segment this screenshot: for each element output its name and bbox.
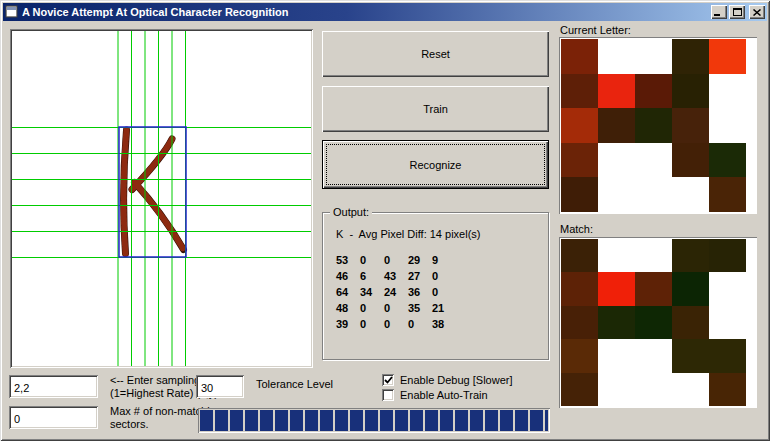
pixel-cell [635, 306, 672, 339]
pixel-cell [709, 143, 746, 178]
pixel-cell [598, 239, 635, 272]
max-nonmatching-input[interactable] [9, 406, 98, 429]
matrix-value: 9 [432, 252, 456, 268]
drawing-canvas[interactable] [10, 29, 313, 368]
matrix-value: 0 [432, 284, 456, 300]
pixel-cell [561, 74, 598, 109]
matrix-value: 43 [384, 268, 408, 284]
pixel-cell [561, 108, 598, 143]
pixel-cell [561, 339, 598, 372]
app-window: A Novice Attempt At Optical Character Re… [0, 0, 770, 441]
matrix-value: 0 [432, 268, 456, 284]
matrix-value: 0 [360, 316, 384, 332]
pixel-cell [709, 306, 746, 339]
matrix-row: 46643270 [336, 268, 456, 284]
matrix-value: 0 [408, 316, 432, 332]
pixel-cell [672, 74, 709, 109]
matrix-value: 38 [432, 316, 456, 332]
pixel-cell [635, 74, 672, 109]
pixel-cell [561, 143, 598, 178]
pixel-cell [635, 339, 672, 372]
pixel-cell [672, 306, 709, 339]
match-label: Match: [560, 223, 593, 235]
matrix-row: 3900038 [336, 316, 456, 332]
enable-autotrain-label: Enable Auto-Train [400, 389, 488, 401]
recognize-button[interactable]: Recognize [322, 140, 549, 189]
pixel-cell [561, 239, 598, 272]
maximize-button[interactable] [729, 5, 745, 19]
pixel-cell [635, 177, 672, 212]
maximize-icon [733, 8, 742, 16]
minimize-icon [714, 14, 720, 16]
checkbox-box[interactable] [382, 389, 394, 401]
matrix-value: 27 [408, 268, 432, 284]
pixel-cell [561, 272, 598, 305]
pixel-cell [598, 306, 635, 339]
matrix-row: 48003521 [336, 300, 456, 316]
matrix-value: 34 [360, 284, 384, 300]
pixel-cell [672, 272, 709, 305]
matrix-value: 48 [336, 300, 360, 316]
tolerance-label: Tolerance Level [256, 378, 333, 391]
pixel-cell [709, 339, 746, 372]
progress-bar [198, 408, 550, 433]
recognition-result: K - Avg Pixel Diff: 14 pixel(s) [336, 228, 480, 240]
matrix-row: 5300299 [336, 252, 456, 268]
pixel-cell [709, 272, 746, 305]
title-bar: A Novice Attempt At Optical Character Re… [3, 3, 767, 21]
pixel-cell [598, 74, 635, 109]
current-letter-grid [559, 37, 757, 214]
sampling-rate-input[interactable] [9, 375, 98, 398]
matrix-value: 36 [408, 284, 432, 300]
matrix-value: 0 [384, 316, 408, 332]
minimize-button[interactable] [711, 5, 727, 19]
pixel-cell [561, 373, 598, 406]
matrix-value: 0 [360, 252, 384, 268]
matrix-value: 39 [336, 316, 360, 332]
pixel-cell [709, 108, 746, 143]
pixel-cell [672, 373, 709, 406]
output-legend: Output: [330, 206, 372, 218]
pixel-cell [672, 143, 709, 178]
pixel-cell [709, 373, 746, 406]
pixel-cell [709, 177, 746, 212]
pixel-grid [561, 239, 746, 406]
enable-autotrain-checkbox[interactable]: Enable Auto-Train [382, 388, 488, 402]
progress-fill [200, 410, 548, 431]
pixel-cell [598, 108, 635, 143]
letter-k-ink [124, 130, 184, 254]
sampling-grid-lines [12, 31, 311, 366]
current-letter-label: Current Letter: [560, 24, 631, 36]
enable-debug-label: Enable Debug [Slower] [400, 374, 513, 386]
matrix-value: 35 [408, 300, 432, 316]
window-title: A Novice Attempt At Optical Character Re… [22, 6, 709, 18]
train-button[interactable]: Train [322, 86, 549, 132]
pixel-cell [635, 143, 672, 178]
matrix-value: 46 [336, 268, 360, 284]
pixel-cell [635, 272, 672, 305]
matrix-value: 6 [360, 268, 384, 284]
pixel-cell [598, 177, 635, 212]
matrix-value: 0 [384, 300, 408, 316]
pixel-cell [672, 239, 709, 272]
matrix-value: 21 [432, 300, 456, 316]
matrix-value: 0 [384, 252, 408, 268]
pixel-cell [672, 177, 709, 212]
reset-button[interactable]: Reset [322, 31, 549, 77]
close-icon [753, 9, 761, 16]
pixel-cell [561, 306, 598, 339]
enable-debug-checkbox[interactable]: Enable Debug [Slower] [382, 373, 513, 387]
close-button[interactable] [749, 5, 765, 19]
pixel-cell [709, 74, 746, 109]
pixel-cell [635, 239, 672, 272]
matrix-value: 24 [384, 284, 408, 300]
pixel-cell [561, 177, 598, 212]
pixel-cell [672, 108, 709, 143]
pixel-cell [635, 373, 672, 406]
pixel-cell [672, 339, 709, 372]
matrix-value: 29 [408, 252, 432, 268]
checkbox-box[interactable] [382, 374, 394, 386]
tolerance-input[interactable] [196, 375, 244, 398]
max-nonmatching-label-line2: sectors. [110, 418, 149, 430]
pixel-cell [598, 143, 635, 178]
